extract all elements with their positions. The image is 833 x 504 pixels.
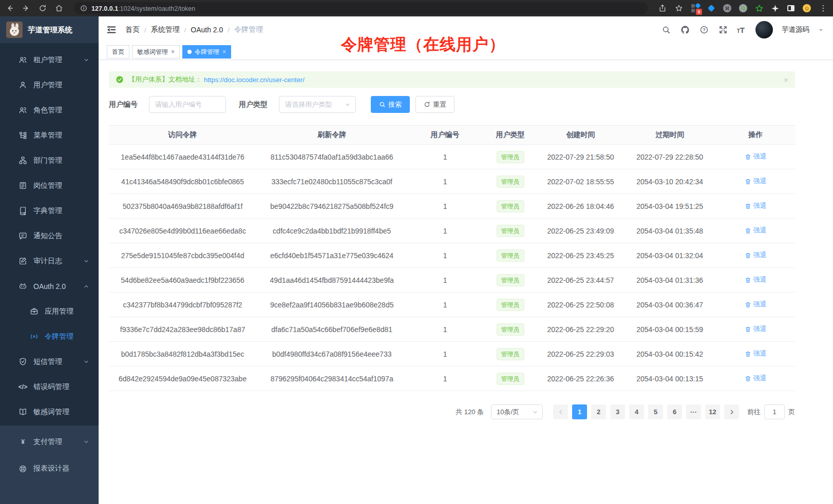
extension-grid-icon[interactable]: 9 — [691, 4, 700, 13]
page-ellipsis-button[interactable]: ··· — [686, 404, 701, 419]
table-cell: 9ce8ef2aa9f14056b831ae9b608e28d5 — [256, 293, 407, 317]
sidebar-item-pay[interactable]: ¥支付管理 — [0, 429, 99, 455]
force-logout-button[interactable]: 强退 — [745, 226, 767, 235]
font-size-icon[interactable]: TT — [737, 26, 745, 34]
bookmark-star-icon[interactable] — [674, 4, 684, 13]
user-id-input[interactable] — [149, 96, 226, 113]
force-logout-button[interactable]: 强退 — [745, 374, 767, 383]
sidebar-item-dept[interactable]: 部门管理 — [0, 148, 99, 173]
page-button-6[interactable]: 6 — [667, 404, 682, 419]
force-logout-button[interactable]: 强退 — [745, 152, 767, 161]
table-cell: 6d842e2924594de9a09e45e087323abe — [109, 366, 256, 391]
page-button-2[interactable]: 2 — [591, 404, 606, 419]
page-button-5[interactable]: 5 — [648, 404, 663, 419]
forward-icon[interactable] — [22, 4, 31, 13]
force-logout-button[interactable]: 强退 — [745, 324, 767, 334]
sidebar-item-oauth2-app[interactable]: 应用管理 — [0, 299, 99, 324]
sidebar-item-tenant[interactable]: 租户管理 — [0, 47, 99, 72]
tab-令牌管理[interactable]: 令牌管理× — [182, 45, 231, 59]
sidebar-item-user[interactable]: 用户管理 — [0, 72, 99, 98]
tab-close-icon[interactable]: × — [222, 48, 226, 55]
sidebar-item-sms[interactable]: 短信管理 — [0, 349, 99, 374]
white-star-extension-icon[interactable] — [770, 4, 780, 13]
side-panel-icon[interactable] — [786, 4, 796, 13]
tab-close-icon[interactable]: × — [171, 48, 175, 55]
back-icon[interactable] — [5, 4, 14, 13]
org-chart-icon — [18, 156, 27, 165]
alert-text: 【用户体系】文档地址： — [128, 75, 202, 84]
sidebar-item-menu[interactable]: 菜单管理 — [0, 123, 99, 148]
address-bar[interactable]: 127.0.0.1:1024/system/oauth2/token — [74, 2, 648, 14]
table-cell: 2022-06-25 23:44:57 — [538, 268, 623, 293]
sidebar-item-report[interactable]: 报表设计器 — [0, 455, 99, 482]
search-icon[interactable] — [661, 25, 671, 35]
next-page-button[interactable] — [724, 404, 739, 419]
sidebar-item-oauth2-token[interactable]: A令牌管理 — [0, 324, 99, 349]
doc-link[interactable]: https://doc.iocoder.cn/user-center/ — [204, 76, 305, 84]
sidebar-item-label: 审计日志 — [33, 257, 62, 266]
table-cell: 1 — [407, 317, 483, 342]
chevron-down-icon — [532, 409, 538, 415]
green-star-extension-icon[interactable] — [754, 4, 764, 13]
table-cell: e6cfd40eb1f54571a31e775e039c4624 — [256, 243, 407, 268]
force-logout-button[interactable]: 强退 — [745, 349, 767, 358]
alert-close-icon[interactable]: × — [784, 76, 788, 84]
reset-button[interactable]: 重置 — [415, 96, 455, 113]
force-logout-button[interactable]: 强退 — [745, 300, 767, 309]
sidebar-item-post[interactable]: 岗位管理 — [0, 173, 99, 198]
breadcrumb-item[interactable]: 系统管理 — [151, 25, 180, 34]
browser-menu-icon[interactable]: ⋮ — [819, 4, 828, 13]
sidebar-item-audit[interactable]: 审计日志 — [0, 248, 99, 274]
github-icon[interactable] — [680, 25, 690, 35]
collapse-menu-icon[interactable] — [106, 24, 117, 35]
sidebar-item-label: 支付管理 — [33, 437, 62, 447]
tab-敏感词管理[interactable]: 敏感词管理× — [132, 45, 180, 59]
token-signal-icon: A — [30, 332, 39, 341]
sidebar-item-sensitive[interactable]: 敏感词管理 — [0, 399, 99, 424]
sidebar-item-dict[interactable]: 字典管理 — [0, 198, 99, 223]
sidebar-item-notice[interactable]: 通知公告 — [0, 223, 99, 248]
chevron-down-icon[interactable] — [818, 27, 824, 33]
reload-icon[interactable] — [38, 4, 47, 13]
tab-首页[interactable]: 首页 — [107, 45, 129, 59]
user-type-select[interactable]: 请选择用户类型 — [279, 96, 356, 113]
goto-page-input[interactable] — [764, 404, 785, 419]
breadcrumb-item[interactable]: 首页 — [125, 25, 140, 34]
table-cell-action: 强退 — [716, 268, 795, 293]
page-button-4[interactable]: 4 — [629, 404, 644, 419]
page-button-1[interactable]: 1 — [572, 404, 587, 419]
search-button[interactable]: 搜索 — [371, 96, 410, 113]
table-cell-action: 强退 — [716, 219, 795, 243]
sidebar-item-role[interactable]: 角色管理 — [0, 98, 99, 123]
force-logout-button[interactable]: 强退 — [745, 250, 767, 260]
page-info-icon[interactable] — [80, 5, 87, 12]
record-extension-icon[interactable] — [739, 4, 748, 13]
sidebar: 芋道管理系统 租户管理用户管理角色管理菜单管理部门管理岗位管理字典管理通知公告审… — [0, 16, 99, 504]
force-logout-button[interactable]: 强退 — [745, 275, 767, 284]
app-title: 芋道管理系统 — [28, 25, 72, 35]
emoji-extension-icon[interactable]: ☺ — [802, 4, 811, 13]
share-icon[interactable] — [658, 4, 667, 13]
menu-tree-icon — [18, 131, 27, 140]
home-icon[interactable] — [54, 4, 64, 13]
force-logout-label: 强退 — [753, 324, 767, 334]
breadcrumb-item[interactable]: OAuth 2.0 — [191, 26, 223, 34]
sidebar-item-errcode[interactable]: </>错误码管理 — [0, 374, 99, 399]
prev-page-button[interactable] — [553, 404, 568, 419]
fullscreen-icon[interactable] — [718, 25, 728, 35]
command-extension-icon[interactable]: ⌘ — [723, 4, 732, 13]
page-button-3[interactable]: 3 — [610, 404, 625, 419]
page-button-12[interactable]: 12 — [705, 404, 720, 419]
sidebar-item-label: 角色管理 — [33, 106, 62, 115]
help-icon[interactable]: ? — [699, 25, 709, 35]
table-cell: 2022-07-02 18:55:55 — [538, 169, 623, 194]
sidebar-item-oauth2[interactable]: OAuth 2.0 — [0, 274, 99, 299]
username[interactable]: 芋道源码 — [782, 25, 809, 34]
force-logout-button[interactable]: 强退 — [745, 201, 767, 210]
force-logout-button[interactable]: 强退 — [745, 177, 767, 186]
breadcrumb-separator: / — [228, 26, 230, 34]
user-avatar[interactable] — [755, 21, 773, 38]
page-size-select[interactable]: 10条/页 — [491, 404, 543, 419]
table-cell-action: 强退 — [716, 169, 795, 194]
gem-extension-icon[interactable] — [707, 4, 716, 13]
